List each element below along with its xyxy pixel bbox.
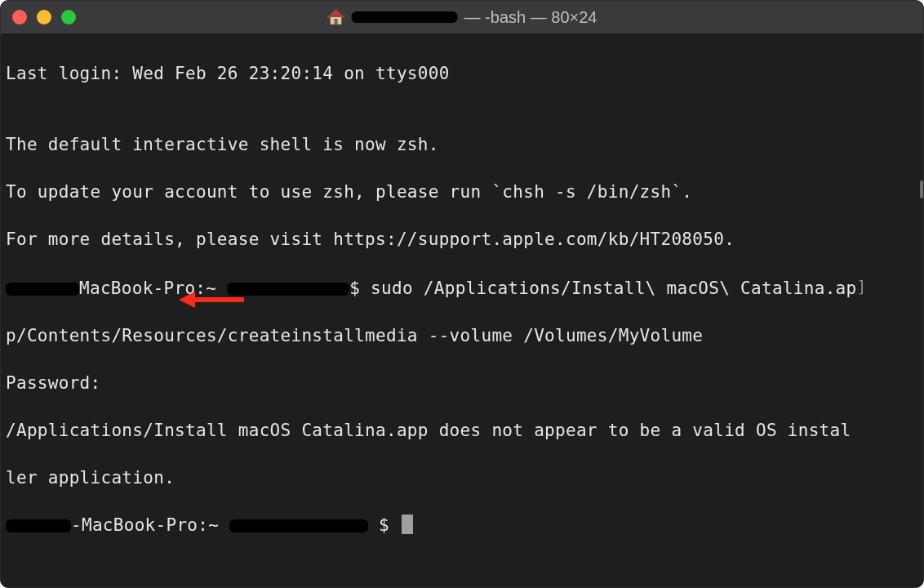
wrap-bracket: ] <box>856 275 866 299</box>
error-line-1: /Applications/Install macOS Catalina.app… <box>6 419 918 443</box>
minimize-icon[interactable] <box>37 10 51 24</box>
title-text: — -bash — 80×24 <box>464 8 597 27</box>
redacted-text <box>6 519 71 532</box>
terminal-body[interactable]: Last login: Wed Feb 26 23:20:14 on ttys0… <box>1 33 923 588</box>
arrow-annotation <box>179 243 244 357</box>
zsh-notice-3: For more details, please visit https://s… <box>6 228 918 252</box>
redacted-username <box>352 11 458 23</box>
prompt2-host: -MacBook-Pro:~ <box>71 515 229 535</box>
svg-marker-4 <box>179 292 195 308</box>
redacted-text <box>6 283 79 296</box>
titlebar[interactable]: — -bash — 80×24 <box>1 1 923 33</box>
maximize-icon[interactable] <box>61 10 76 24</box>
cursor <box>402 514 413 534</box>
svg-rect-1 <box>335 19 338 24</box>
window-title: — -bash — 80×24 <box>327 8 597 27</box>
last-login-line: Last login: Wed Feb 26 23:20:14 on ttys0… <box>6 62 918 86</box>
window-controls <box>12 10 76 24</box>
prompt2-dollar: $ <box>379 515 400 535</box>
prompt-line-2: -MacBook-Pro:~ $ <box>6 514 918 537</box>
scrollbar-thumb[interactable] <box>920 180 923 198</box>
svg-marker-2 <box>328 10 344 17</box>
redacted-text <box>229 519 368 532</box>
prompt-line-1-wrap: p/Contents/Resources/createinstallmedia … <box>6 324 918 348</box>
prompt1-cmd: $ sudo /Applications/Install\ macOS\ Cat… <box>349 278 856 298</box>
zsh-notice-1: The default interactive shell is now zsh… <box>6 133 918 157</box>
redacted-text <box>227 283 349 296</box>
error-line-2: ler application. <box>6 466 918 490</box>
terminal-window: — -bash — 80×24 Last login: Wed Feb 26 2… <box>0 0 924 588</box>
prompt-line-1: MacBook-Pro:~ $ sudo /Applications/Insta… <box>6 275 918 301</box>
home-icon <box>327 9 345 25</box>
close-icon[interactable] <box>12 10 27 24</box>
password-line: Password: <box>6 372 918 395</box>
zsh-notice-2: To update your account to use zsh, pleas… <box>6 180 918 204</box>
